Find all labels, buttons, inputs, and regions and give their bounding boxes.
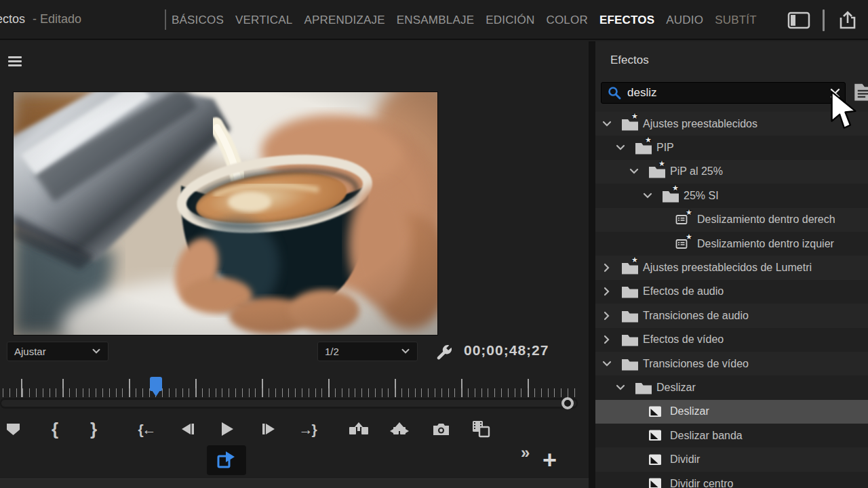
folder-icon — [621, 285, 643, 298]
tab-vertical[interactable]: VERTICAL — [235, 14, 292, 27]
chevron-down-icon[interactable] — [643, 192, 662, 199]
effects-panel: Efectos ★ Ajustes preestablecidos ★ PIP … — [595, 41, 868, 488]
mouse-cursor — [830, 91, 857, 133]
search-input[interactable] — [622, 86, 825, 100]
tree-row-deslizamiento-dentro-izquierda[interactable]: ★ Deslizamiento dentro izquier — [595, 232, 868, 256]
tab-ensamblaje[interactable]: ENSAMBLAJE — [397, 14, 474, 27]
transition-icon — [648, 453, 670, 466]
preset-folder-icon: ★ — [621, 261, 643, 274]
mark-in-button[interactable]: { — [43, 416, 67, 442]
tab-basicos[interactable]: BÁSICOS — [172, 14, 224, 27]
tree-row-transiciones-de-video[interactable]: Transiciones de vídeo — [595, 352, 868, 375]
tree-row-25-si[interactable]: ★ 25% SI — [595, 184, 868, 207]
chevron-right-icon[interactable] — [602, 312, 621, 319]
playhead-marker[interactable] — [150, 377, 162, 391]
project-status: - Editado — [33, 12, 81, 26]
lift-button[interactable] — [347, 416, 371, 442]
panel-bottom-edge — [0, 479, 589, 488]
tree-row-pip-al-25[interactable]: ★ PiP al 25% — [595, 160, 868, 184]
play-button[interactable] — [215, 416, 239, 442]
folder-icon — [621, 357, 643, 371]
tab-efectos[interactable]: EFECTOS — [599, 14, 654, 27]
zoom-level-value: Ajustar — [14, 346, 92, 357]
playback-resolution-value: 1/2 — [325, 346, 401, 357]
ruler-minor-ticks — [3, 388, 576, 397]
step-forward-button[interactable] — [256, 416, 281, 442]
preset-icon: ★ — [675, 238, 697, 250]
playback-resolution-select[interactable]: 1/2 — [317, 342, 418, 361]
comparison-view-button[interactable] — [469, 416, 493, 442]
folder-icon — [621, 333, 643, 346]
tree-row-dividir-centro[interactable]: Dividir centro — [595, 472, 868, 488]
tree-row-ajustes-preestablecidos[interactable]: ★ Ajustes preestablecidos — [595, 112, 868, 136]
effects-tree: ★ Ajustes preestablecidos ★ PIP ★ PiP al… — [595, 112, 868, 488]
transition-icon — [648, 429, 670, 442]
tab-subtitulos[interactable]: SUBTÍT — [715, 14, 757, 27]
chevron-down-icon[interactable] — [616, 384, 635, 391]
chevron-right-icon[interactable] — [602, 288, 621, 295]
chevron-down-icon[interactable] — [629, 168, 648, 175]
effects-search-box[interactable] — [601, 82, 846, 104]
panel-menu-icon[interactable] — [8, 56, 22, 66]
tab-color[interactable]: COLOR — [546, 14, 587, 27]
tab-aprendizaje[interactable]: APRENDIZAJE — [304, 14, 384, 27]
add-marker-button[interactable] — [1, 416, 25, 442]
tree-row-efectos-de-audio[interactable]: Efectos de audio — [595, 280, 868, 304]
panel-divider[interactable] — [589, 41, 595, 488]
tab-audio[interactable]: AUDIO — [666, 14, 703, 27]
tree-row-dividir[interactable]: Dividir — [595, 447, 868, 471]
workspaces-icon[interactable] — [787, 12, 810, 29]
chevron-right-icon[interactable] — [602, 336, 621, 343]
tab-edicion[interactable]: EDICIÓN — [486, 14, 534, 27]
project-title: ectos — [0, 12, 25, 26]
scrollbar-handle[interactable] — [561, 397, 574, 409]
go-to-in-button[interactable]: {← — [132, 416, 161, 442]
tree-row-deslizar-transition[interactable]: Deslizar — [595, 400, 868, 424]
tree-row-deslizar-folder[interactable]: Deslizar — [595, 375, 868, 399]
folder-icon — [621, 309, 643, 323]
tree-row-deslizamiento-dentro-derecha[interactable]: ★ Deslizamiento dentro derech — [595, 208, 868, 232]
preset-icon: ★ — [675, 214, 697, 226]
chevron-down-icon — [92, 348, 101, 354]
tree-row-ajustes-lumetri[interactable]: ★ Ajustes preestablecidos de Lumetri — [595, 256, 868, 279]
go-to-out-button[interactable]: →} — [292, 416, 322, 442]
workspace-tabs: BÁSICOS VERTICAL APRENDIZAJE ENSAMBLAJE … — [172, 0, 757, 40]
chevron-down-icon[interactable] — [616, 144, 635, 151]
tree-row-pip[interactable]: ★ PIP — [595, 136, 868, 159]
preset-folder-icon: ★ — [635, 141, 656, 155]
preset-folder-icon: ★ — [648, 165, 670, 178]
transition-icon — [648, 477, 670, 488]
top-bar: ectos - Editado BÁSICOS VERTICAL APRENDI… — [0, 0, 868, 40]
effects-panel-title: Efectos — [610, 54, 649, 67]
chevron-down-icon — [401, 348, 410, 354]
divider — [823, 9, 825, 31]
mark-out-button[interactable]: } — [81, 416, 106, 442]
program-monitor-video — [14, 92, 437, 335]
extract-button[interactable] — [387, 416, 412, 442]
timecode-display: 00;00;48;27 — [464, 342, 549, 359]
tree-row-efectos-de-video[interactable]: Efectos de vídeo — [595, 328, 868, 352]
tree-row-deslizar-banda[interactable]: Deslizar banda — [595, 424, 868, 447]
zoom-level-select[interactable]: Ajustar — [7, 342, 108, 361]
folder-icon — [635, 381, 656, 394]
share-export-icon[interactable] — [837, 9, 859, 31]
quick-export-button[interactable] — [207, 445, 246, 475]
preset-folder-icon: ★ — [662, 189, 684, 203]
chevron-right-icon[interactable] — [602, 264, 621, 271]
export-frame-button[interactable] — [429, 416, 453, 442]
divider — [165, 9, 166, 30]
window-title: ectos - Editado — [0, 12, 81, 26]
search-icon — [607, 85, 622, 100]
transition-icon — [648, 405, 670, 418]
chevron-down-icon[interactable] — [602, 361, 621, 367]
preset-folder-icon: ★ — [621, 117, 643, 131]
button-editor-plus-button[interactable]: + — [542, 446, 557, 474]
horizontal-scrollbar[interactable] — [0, 398, 578, 409]
settings-wrench-icon[interactable] — [433, 341, 454, 363]
chevron-down-icon[interactable] — [602, 121, 621, 127]
tree-row-transiciones-de-audio[interactable]: Transiciones de audio — [595, 304, 868, 327]
more-options-button[interactable]: » — [521, 443, 530, 462]
step-back-button[interactable] — [176, 416, 200, 442]
timeline-ruler[interactable] — [0, 374, 578, 397]
